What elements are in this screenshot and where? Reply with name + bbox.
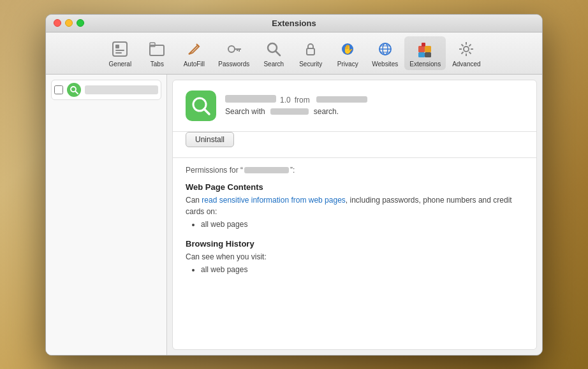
svg-rect-2 [115,50,124,51]
extension-from: from [295,96,310,105]
svg-line-38 [204,109,209,114]
svg-rect-25 [422,43,425,47]
search-text: search. [314,107,339,116]
svg-line-36 [75,91,78,94]
maximize-button[interactable] [77,19,84,27]
uninstall-button[interactable]: Uninstall [186,132,234,147]
general-label: General [109,61,132,68]
svg-rect-22 [425,46,431,52]
permission-group-web-page: Web Page Contents Can read sensitive inf… [186,182,524,229]
svg-rect-0 [113,42,127,56]
toolbar-item-privacy[interactable]: ✋ Privacy [330,36,365,70]
svg-text:✋: ✋ [342,44,354,55]
toolbar-item-websites[interactable]: Websites [367,36,403,70]
general-icon [110,39,130,59]
toolbar-item-advanced[interactable]: Advanced [447,36,485,70]
extension-from-bar [316,96,367,103]
main-panel: 1.0 from Search with search. Uninstall P… [172,80,537,350]
permission-group-history: Browsing History Can see when you visit:… [186,239,524,274]
sidebar-extension-icon [67,83,81,97]
extension-desc: Search with search. [225,107,524,116]
permission-desc-history: Can see when you visit: [186,251,524,263]
sidebar [46,75,167,355]
autofill-icon [184,39,204,59]
passwords-icon [224,39,244,59]
permission-list-history: all web pages [186,265,524,274]
svg-line-33 [469,44,471,46]
privacy-label: Privacy [337,61,358,68]
extension-desc-bar [270,108,309,115]
svg-line-31 [462,44,464,46]
search-label: Search [263,61,284,68]
tabs-icon [147,39,167,59]
toolbar-item-tabs[interactable]: Tabs [139,36,175,70]
toolbar-item-security[interactable]: Security [293,36,328,70]
svg-rect-23 [418,52,425,57]
extension-app-icon [186,90,216,121]
svg-line-34 [462,52,464,54]
privacy-icon: ✋ [337,39,358,59]
content-area: 1.0 from Search with search. Uninstall P… [46,75,542,355]
extension-version: 1.0 [280,96,291,105]
window-title: Extensions [272,18,316,28]
permissions-suffix: ”: [290,166,295,175]
svg-rect-3 [115,52,122,54]
svg-point-7 [228,46,235,52]
passwords-label: Passwords [218,61,249,68]
websites-label: Websites [372,61,398,68]
search-toolbar-icon [263,39,284,59]
permission-list-item-history: all web pages [201,265,524,274]
window-controls [54,19,84,27]
websites-icon [375,39,395,59]
advanced-label: Advanced [452,61,480,68]
extension-info: 1.0 from Search with search. [225,95,524,116]
security-icon [300,39,321,59]
permission-title-history: Browsing History [186,239,524,249]
permission-list-web: all web pages [186,220,524,229]
svg-rect-21 [418,46,425,52]
toolbar: General Tabs AutoFill Passwords [46,33,542,75]
toolbar-item-extensions[interactable]: Extensions [404,36,446,70]
security-label: Security [299,61,322,68]
svg-rect-1 [115,45,119,48]
safari-preferences-window: Extensions General Tabs AutoFill [45,14,543,356]
svg-line-32 [469,52,471,54]
toolbar-item-general[interactable]: General [102,36,138,70]
extensions-label: Extensions [409,61,441,68]
sidebar-extension-name [85,85,158,94]
extension-header: 1.0 from Search with search. [173,80,536,132]
permissions-name-bar [244,167,289,173]
permission-desc-web: Can read sensitive information from web … [186,194,524,217]
search-with-text: Search with [225,107,265,116]
close-button[interactable] [54,19,61,27]
minimize-button[interactable] [65,19,73,27]
titlebar: Extensions [46,15,542,33]
permissions-header: Permissions for “ ”: [186,166,524,175]
permission-highlight-web: read sensitive information from web page… [202,196,345,205]
svg-rect-13 [307,48,314,55]
svg-line-12 [276,51,280,55]
extension-name-bar [225,95,276,103]
extension-name-row: 1.0 from [225,95,524,105]
advanced-icon [456,39,476,59]
extensions-icon [415,39,436,59]
sidebar-header [51,80,161,100]
extension-checkbox[interactable] [54,85,63,94]
autofill-label: AutoFill [184,61,205,68]
toolbar-item-autofill[interactable]: AutoFill [176,36,212,70]
toolbar-item-search[interactable]: Search [256,36,291,70]
permissions-section: Permissions for “ ”: Web Page Contents C… [173,157,536,292]
permission-title-web: Web Page Contents [186,182,524,192]
svg-point-26 [464,47,469,52]
tabs-label: Tabs [151,61,164,68]
permission-list-item-web: all web pages [201,220,524,229]
toolbar-item-passwords[interactable]: Passwords [213,36,254,70]
permissions-for-text: Permissions for “ [186,166,243,175]
svg-rect-24 [425,52,431,57]
